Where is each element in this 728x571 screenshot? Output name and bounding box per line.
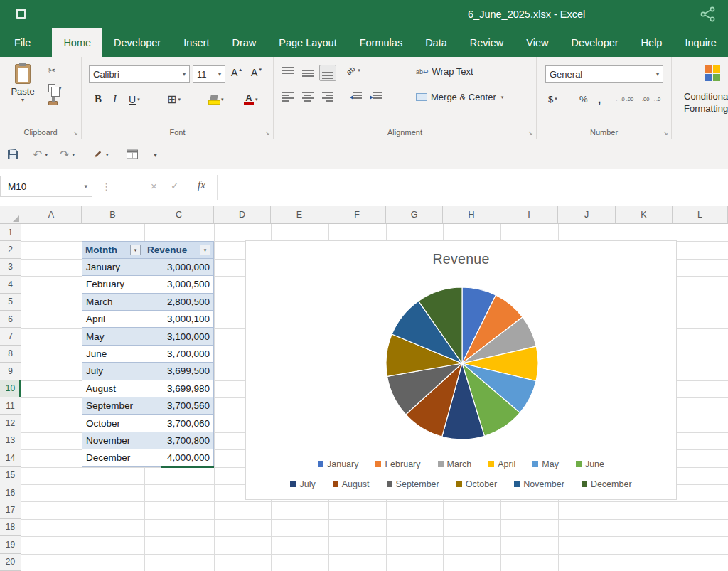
align-middle-button[interactable]	[299, 65, 316, 81]
bold-button[interactable]: B	[95, 90, 102, 108]
tab-page-layout[interactable]: Page Layout	[267, 28, 348, 57]
cell-C12-revenue[interactable]: 3,700,060	[144, 415, 214, 432]
column-header-F[interactable]: F	[328, 206, 386, 224]
formula-input[interactable]	[218, 169, 728, 206]
wrap-text-button[interactable]: ab↩ Wrap Text	[416, 66, 473, 77]
table-tool-button[interactable]	[127, 150, 138, 159]
row-header-10[interactable]: 10	[0, 380, 21, 397]
filter-dropdown-icon[interactable]: ▾	[200, 245, 210, 255]
cell-C4-revenue[interactable]: 3,000,500	[144, 276, 214, 293]
paste-button[interactable]: Paste ▾	[4, 62, 42, 114]
cell-B4-month[interactable]: February	[82, 276, 144, 293]
cell-B7-month[interactable]: May	[82, 328, 144, 345]
align-bottom-button[interactable]	[319, 65, 336, 81]
tab-insert[interactable]: Insert	[172, 28, 220, 57]
conditional-formatting-button[interactable]: Conditional Formatting	[672, 57, 728, 139]
cell-C8-revenue[interactable]: 3,700,000	[144, 346, 214, 363]
legend-item-october[interactable]: October	[456, 479, 497, 489]
row-header-3[interactable]: 3	[0, 259, 21, 276]
align-center-button[interactable]	[299, 90, 316, 106]
tab-file[interactable]: File	[0, 28, 45, 57]
share-icon[interactable]	[700, 6, 717, 23]
legend-item-february[interactable]: February	[375, 459, 420, 469]
align-right-button[interactable]	[319, 90, 336, 106]
column-header-A[interactable]: A	[21, 206, 82, 224]
cell-B11-month[interactable]: September	[82, 397, 144, 415]
fill-color-button[interactable]: ▾	[208, 90, 224, 108]
font-dialog-launcher-icon[interactable]: ↘	[264, 129, 270, 137]
legend-item-april[interactable]: April	[488, 459, 515, 469]
font-color-button[interactable]: A▾	[244, 90, 258, 108]
column-header-C[interactable]: C	[144, 206, 214, 224]
row-header-18[interactable]: 18	[0, 519, 21, 536]
copy-button[interactable]: ▾	[48, 84, 62, 92]
format-painter-button[interactable]	[48, 101, 58, 105]
row-header-12[interactable]: 12	[0, 415, 21, 432]
row-header-2[interactable]: 2	[0, 241, 21, 258]
cell-B13-month[interactable]: November	[82, 432, 144, 449]
cancel-icon[interactable]: ×	[151, 180, 157, 192]
row-header-11[interactable]: 11	[0, 397, 21, 415]
font-size-select[interactable]: 11▾	[193, 65, 225, 83]
italic-button[interactable]: I	[113, 90, 117, 108]
number-format-select[interactable]: General▾	[545, 65, 663, 83]
name-box[interactable]: M10 ▾	[0, 176, 92, 197]
alignment-dialog-launcher-icon[interactable]: ↘	[528, 129, 533, 137]
namebox-resize-handle[interactable]: ⋮	[102, 181, 111, 192]
save-button[interactable]	[7, 149, 18, 160]
column-header-K[interactable]: K	[616, 206, 673, 224]
cell-C9-revenue[interactable]: 3,699,500	[144, 363, 214, 380]
cell-C11-revenue[interactable]: 3,700,560	[144, 397, 214, 415]
increase-indent-button[interactable]	[368, 90, 385, 106]
legend-item-january[interactable]: January	[318, 459, 358, 469]
column-header-B[interactable]: B	[82, 206, 144, 224]
redo-button[interactable]: ↷▾	[60, 148, 75, 161]
decrease-indent-button[interactable]	[348, 90, 365, 106]
row-header-8[interactable]: 8	[0, 346, 21, 363]
cell-B3-month[interactable]: January	[82, 259, 144, 276]
row-header-17[interactable]: 17	[0, 501, 21, 518]
legend-item-july[interactable]: July	[290, 479, 315, 489]
tab-view[interactable]: View	[515, 28, 560, 57]
row-header-5[interactable]: 5	[0, 294, 21, 311]
row-header-9[interactable]: 9	[0, 363, 21, 380]
row-header-19[interactable]: 19	[0, 536, 21, 553]
revenue-chart[interactable]: Revenue JanuaryFebruaryMarchAprilMayJune…	[245, 240, 677, 500]
row-header-14[interactable]: 14	[0, 449, 21, 466]
column-header-I[interactable]: I	[500, 206, 558, 224]
comma-style-button[interactable]: ,	[598, 90, 601, 107]
increase-font-size-button[interactable]: A▲	[231, 67, 242, 78]
cell-B10-month[interactable]: August	[82, 380, 144, 397]
decrease-decimal-button[interactable]: .00 →.0	[642, 90, 660, 107]
cell-C7-revenue[interactable]: 3,100,000	[144, 328, 214, 345]
column-header-L[interactable]: L	[673, 206, 728, 224]
row-header-16[interactable]: 16	[0, 484, 21, 501]
tab-draw[interactable]: Draw	[220, 28, 267, 57]
table-resize-handle[interactable]	[161, 466, 214, 468]
row-header-6[interactable]: 6	[0, 311, 21, 328]
column-header-E[interactable]: E	[271, 206, 328, 224]
number-dialog-launcher-icon[interactable]: ↘	[663, 129, 668, 137]
customize-qat-button[interactable]: ▾	[154, 151, 157, 159]
cell-B12-month[interactable]: October	[82, 415, 144, 432]
font-name-select[interactable]: Calibri▾	[89, 65, 190, 83]
row-header-20[interactable]: 20	[0, 554, 21, 571]
align-left-button[interactable]	[279, 90, 296, 106]
decrease-font-size-button[interactable]: A▼	[251, 67, 262, 78]
orientation-button[interactable]: ab▾	[346, 66, 360, 75]
tab-developer[interactable]: Developer	[102, 28, 172, 57]
clipboard-dialog-launcher-icon[interactable]: ↘	[73, 129, 78, 137]
legend-item-september[interactable]: September	[387, 479, 439, 489]
row-header-15[interactable]: 15	[0, 467, 21, 484]
undo-button[interactable]: ↶▾	[33, 148, 48, 161]
tab-help[interactable]: Help	[630, 28, 674, 57]
tab-data[interactable]: Data	[414, 28, 459, 57]
cell-B5-month[interactable]: March	[82, 294, 144, 311]
select-all-corner[interactable]	[0, 206, 21, 224]
row-header-13[interactable]: 13	[0, 432, 21, 449]
cell-C13-revenue[interactable]: 3,700,800	[144, 432, 214, 449]
tab-home[interactable]: Home	[52, 28, 102, 57]
enter-icon[interactable]: ✓	[171, 180, 179, 191]
legend-item-august[interactable]: August	[333, 479, 370, 489]
legend-item-november[interactable]: November	[514, 479, 564, 489]
